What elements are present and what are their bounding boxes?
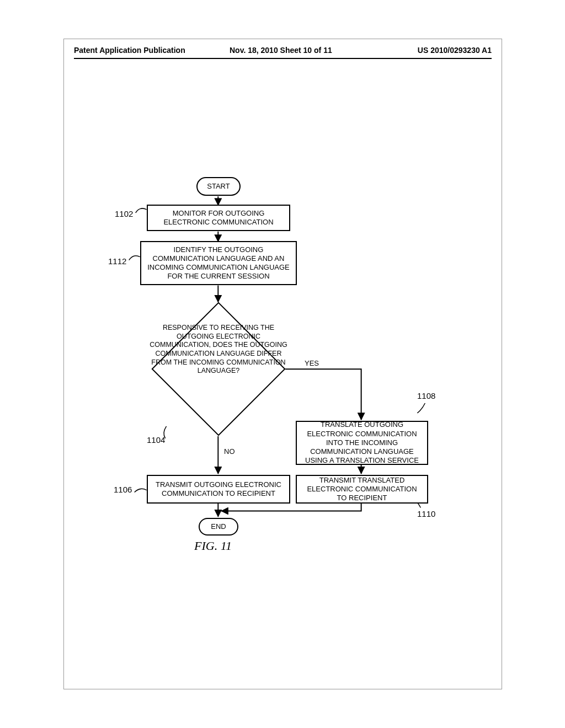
end-label: END xyxy=(211,522,226,531)
step-1106: TRANSMIT OUTGOING ELECTRONIC COMMUNICATI… xyxy=(147,475,290,504)
header-rule xyxy=(74,58,492,59)
step-1102-text: MONITOR FOR OUTGOING ELECTRONIC COMMUNIC… xyxy=(152,209,285,227)
start-label: START xyxy=(207,182,230,191)
page-frame: Patent Application Publication Nov. 18, … xyxy=(63,39,502,689)
header-left: Patent Application Publication xyxy=(74,46,185,55)
step-1110: TRANSMIT TRANSLATED ELECTRONIC COMMUNICA… xyxy=(296,475,428,504)
edge-yes: YES xyxy=(305,359,319,367)
figure-caption: FIG. 11 xyxy=(194,539,232,553)
step-1110-text: TRANSMIT TRANSLATED ELECTRONIC COMMUNICA… xyxy=(301,476,423,503)
ref-1106: 1106 xyxy=(114,485,132,494)
step-1106-text: TRANSMIT OUTGOING ELECTRONIC COMMUNICATI… xyxy=(152,480,285,499)
ref-1110: 1110 xyxy=(417,509,435,518)
decision-1104-text: RESPONSIVE TO RECEIVING THE OUTGOING ELE… xyxy=(147,324,290,376)
header-center: Nov. 18, 2010 Sheet 10 of 11 xyxy=(230,46,332,55)
step-1108-text: TRANSLATE OUTGOING ELECTRONIC COMMUNICAT… xyxy=(301,420,423,465)
step-1112-text: IDENTIFY THE OUTGOING COMMUNICATION LANG… xyxy=(146,245,291,281)
start-terminal: START xyxy=(196,177,241,196)
flowchart: START MONITOR FOR OUTGOING ELECTRONIC CO… xyxy=(64,177,502,629)
ref-1108: 1108 xyxy=(417,391,435,400)
step-1108: TRANSLATE OUTGOING ELECTRONIC COMMUNICAT… xyxy=(296,421,428,465)
step-1112: IDENTIFY THE OUTGOING COMMUNICATION LANG… xyxy=(140,241,297,285)
step-1102: MONITOR FOR OUTGOING ELECTRONIC COMMUNIC… xyxy=(147,205,290,231)
edge-no: NO xyxy=(224,447,235,456)
ref-1112: 1112 xyxy=(108,256,126,266)
ref-1104: 1104 xyxy=(147,435,165,445)
ref-1102: 1102 xyxy=(115,209,133,218)
header-right: US 2010/0293230 A1 xyxy=(418,46,492,55)
end-terminal: END xyxy=(199,518,238,536)
